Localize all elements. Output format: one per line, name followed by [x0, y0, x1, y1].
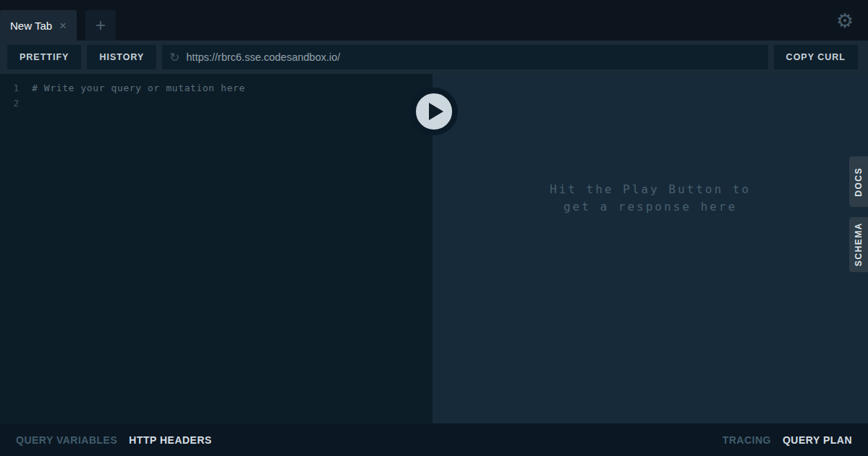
execute-query-button[interactable]	[410, 88, 458, 135]
editor-line[interactable]: 1 # Write your query or mutation here	[0, 80, 433, 96]
settings-button[interactable]: ⚙	[833, 9, 856, 33]
response-placeholder-line2: get a response here	[433, 198, 868, 216]
bottom-bar-right: TRACING QUERY PLAN	[711, 434, 852, 446]
query-variables-tab[interactable]: QUERY VARIABLES	[16, 434, 117, 446]
tab-label: New Tab	[10, 20, 52, 32]
schema-tab-label: SCHEMA	[854, 222, 864, 266]
play-icon	[429, 103, 443, 120]
tab-bar: New Tab × + ⚙	[0, 0, 868, 41]
graphql-playground-app: New Tab × + ⚙ PRETTIFY HISTORY ↻ COPY CU…	[0, 0, 868, 456]
tracing-tab[interactable]: TRACING	[723, 434, 771, 446]
reload-icon[interactable]: ↻	[169, 51, 179, 64]
schema-side-tab[interactable]: SCHEMA	[849, 217, 868, 272]
line-number: 2	[0, 98, 19, 109]
gear-icon: ⚙	[836, 12, 854, 31]
history-button[interactable]: HISTORY	[87, 45, 156, 69]
copy-curl-button[interactable]: COPY CURL	[774, 45, 858, 69]
plus-icon: +	[95, 17, 106, 34]
http-headers-tab[interactable]: HTTP HEADERS	[129, 434, 212, 446]
docs-tab-label: DOCS	[854, 167, 864, 197]
query-plan-tab[interactable]: QUERY PLAN	[783, 434, 852, 446]
query-editor[interactable]: 1 # Write your query or mutation here 2	[0, 74, 433, 423]
session-toolbar: PRETTIFY HISTORY ↻ COPY CURL	[0, 41, 868, 74]
bottom-bar: QUERY VARIABLES HTTP HEADERS TRACING QUE…	[0, 423, 868, 456]
prettify-button[interactable]: PRETTIFY	[7, 45, 81, 69]
response-placeholder-line1: Hit the Play Button to	[433, 181, 868, 198]
add-tab-button[interactable]: +	[85, 10, 116, 41]
response-pane: Hit the Play Button to get a response he…	[433, 74, 868, 423]
endpoint-url-bar[interactable]: ↻	[162, 45, 767, 69]
endpoint-url-input[interactable]	[187, 51, 761, 63]
code-comment: # Write your query or mutation here	[32, 83, 245, 93]
editor-line[interactable]: 2	[0, 96, 433, 111]
response-placeholder: Hit the Play Button to get a response he…	[433, 181, 868, 216]
docs-side-tab[interactable]: DOCS	[849, 156, 868, 207]
tab-new-tab[interactable]: New Tab ×	[0, 10, 77, 41]
line-number: 1	[0, 83, 19, 93]
close-tab-icon[interactable]: ×	[59, 20, 67, 32]
